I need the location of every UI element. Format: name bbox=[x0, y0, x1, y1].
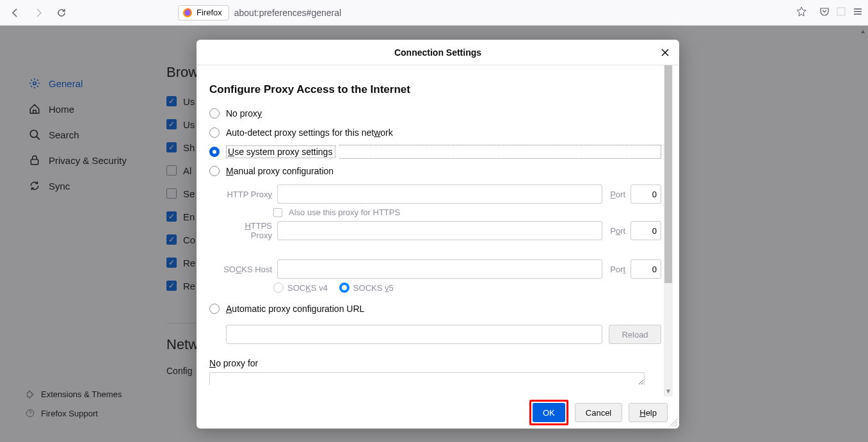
no-proxy-for-label: No proxy for bbox=[209, 358, 661, 368]
close-button[interactable] bbox=[657, 45, 673, 60]
pocket-icon[interactable] bbox=[819, 6, 830, 19]
radio-automatic-url[interactable]: Automatic proxy configuration URL bbox=[209, 299, 661, 318]
port-label: Port bbox=[610, 265, 625, 274]
radio-manual[interactable]: Manual proxy configuration bbox=[209, 161, 661, 181]
svg-point-1 bbox=[185, 10, 191, 15]
help-button[interactable]: Help bbox=[629, 403, 668, 422]
scrollbar-thumb[interactable] bbox=[664, 65, 672, 283]
radio-icon-selected bbox=[209, 147, 220, 157]
resize-grip-icon[interactable] bbox=[669, 418, 678, 427]
scroll-down-icon[interactable]: ▼ bbox=[664, 386, 673, 395]
dialog-footer: OK Cancel Help bbox=[197, 397, 679, 429]
svg-rect-2 bbox=[837, 8, 845, 15]
radio-auto-detect[interactable]: Auto-detect proxy settings for this netw… bbox=[209, 123, 661, 142]
identity-label: Firefox bbox=[197, 8, 222, 17]
http-port-input[interactable] bbox=[631, 184, 661, 204]
https-port-input[interactable] bbox=[631, 221, 661, 240]
ok-button[interactable]: OK bbox=[533, 403, 565, 422]
dialog-title-bar: Connection Settings bbox=[197, 40, 679, 65]
proxy-section-heading: Configure Proxy Access to the Internet bbox=[209, 83, 661, 96]
socks-host-input[interactable] bbox=[277, 259, 602, 279]
url-input[interactable] bbox=[229, 5, 791, 20]
http-proxy-input[interactable] bbox=[277, 184, 602, 204]
browser-toolbar: Firefox bbox=[0, 0, 868, 26]
checkbox-icon bbox=[273, 208, 282, 217]
connection-settings-dialog: Connection Settings Configure Proxy Acce… bbox=[197, 40, 679, 429]
back-button[interactable] bbox=[5, 3, 26, 23]
socks-port-input[interactable] bbox=[631, 259, 661, 279]
port-label: Port bbox=[610, 190, 625, 199]
menu-icon[interactable] bbox=[853, 6, 863, 19]
identity-box[interactable]: Firefox bbox=[178, 5, 229, 20]
https-proxy-label: HTTPS Proxy bbox=[223, 221, 272, 240]
radio-icon bbox=[209, 127, 220, 138]
also-https-checkbox[interactable]: Also use this proxy for HTTPS bbox=[273, 208, 661, 217]
firefox-icon bbox=[182, 8, 193, 18]
radio-icon bbox=[209, 166, 220, 176]
port-label: Port bbox=[610, 226, 625, 236]
dialog-scroll-area[interactable]: Configure Proxy Access to the Internet N… bbox=[209, 65, 661, 397]
http-proxy-label: HTTP Proxy bbox=[223, 190, 272, 199]
socks-host-label: SOCKS Host bbox=[223, 265, 272, 274]
radio-socks-v4[interactable]: SOCKS v4 bbox=[273, 282, 328, 293]
dialog-title: Connection Settings bbox=[394, 47, 481, 58]
forward-button[interactable] bbox=[28, 3, 49, 23]
radio-icon bbox=[209, 108, 220, 119]
account-icon[interactable] bbox=[836, 6, 846, 19]
radio-icon bbox=[273, 282, 284, 293]
no-proxy-for-textarea[interactable] bbox=[209, 372, 645, 385]
ok-highlight-box: OK bbox=[529, 400, 568, 425]
dialog-scrollbar[interactable]: ▼ bbox=[664, 65, 673, 397]
address-bar[interactable]: Firefox bbox=[178, 3, 812, 22]
radio-socks-v5[interactable]: SOCKS v5 bbox=[339, 282, 394, 293]
reload-button[interactable] bbox=[51, 3, 72, 23]
radio-icon-selected bbox=[339, 282, 350, 293]
radio-no-proxy[interactable]: No proxy bbox=[209, 104, 661, 123]
close-icon bbox=[661, 48, 670, 57]
radio-use-system[interactable]: Use system proxy settings bbox=[209, 142, 661, 161]
cancel-button[interactable]: Cancel bbox=[575, 403, 622, 422]
radio-icon bbox=[209, 304, 220, 314]
https-proxy-input[interactable] bbox=[277, 221, 602, 240]
pac-url-input[interactable] bbox=[226, 325, 602, 344]
reload-pac-button[interactable]: Reload bbox=[609, 325, 661, 344]
bookmark-star-icon[interactable] bbox=[791, 6, 812, 19]
